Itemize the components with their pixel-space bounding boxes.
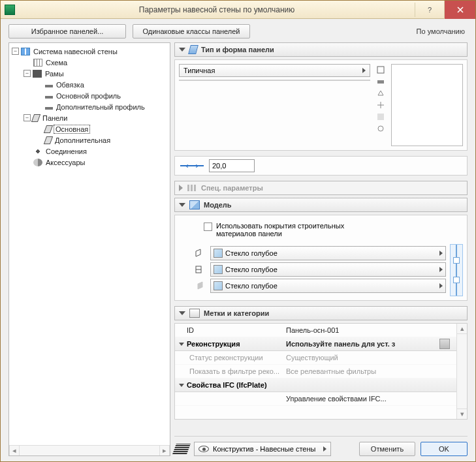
svg-point-3 — [378, 126, 383, 131]
tree-item-connections[interactable]: Соединения — [10, 146, 168, 157]
material-value: Стекло голубое — [225, 282, 278, 290]
tree-item-main-panel[interactable]: Основная — [10, 123, 168, 134]
table-row-ifc-manage[interactable]: Управление свойствами IFC... — [175, 392, 456, 406]
uniform-classes-button[interactable]: Одинаковые классы панелей — [133, 24, 250, 38]
view-mode-btn-6[interactable] — [375, 123, 386, 134]
tree-item-additional-panel[interactable]: Дополнительная — [10, 134, 168, 146]
collapse-icon[interactable]: − — [12, 48, 19, 55]
tree-label: Рамы — [44, 70, 65, 78]
curtain-wall-icon — [21, 48, 30, 55]
panel-preview-2d — [179, 80, 370, 81]
arrow-right-icon — [439, 251, 443, 256]
tree-root[interactable]: − Система навесной стены — [10, 46, 168, 57]
profile-icon — [45, 107, 53, 110]
arrow-right-icon — [439, 283, 443, 288]
tree-item-boundary[interactable]: Обвязка — [10, 79, 168, 90]
table-row-status[interactable]: Статус реконструкции Существующий — [175, 351, 456, 365]
tree-item-panels[interactable]: − Панели — [10, 112, 168, 123]
tree-label: Дополнительный профиль — [55, 103, 146, 111]
section-model[interactable]: Модель — [174, 198, 468, 212]
close-button[interactable] — [444, 1, 475, 19]
material-swatch-icon — [214, 249, 223, 258]
tree-label: Система навесной стены — [32, 48, 119, 55]
ok-button[interactable]: OK — [420, 442, 468, 456]
profile-icon — [45, 96, 53, 99]
dropdown-value: Типичная — [183, 67, 215, 74]
panel-type-dropdown[interactable]: Типичная — [179, 64, 370, 77]
material-dropdown-1[interactable]: Стекло голубое — [210, 246, 446, 260]
tree-item-scheme[interactable]: Схема — [10, 57, 168, 68]
material-row-2: Стекло голубое — [193, 262, 446, 277]
arrow-right-icon — [323, 446, 326, 452]
view-mode-btn-3[interactable] — [375, 88, 386, 99]
use-building-materials-checkbox[interactable] — [204, 223, 212, 231]
defaults-label: По умолчанию — [417, 27, 468, 35]
cell-value: Управление свойствами IFC... — [286, 395, 456, 403]
thickness-input[interactable] — [209, 159, 255, 172]
face-icon-2 — [193, 264, 205, 275]
svg-rect-4 — [187, 185, 189, 191]
collapse-icon[interactable]: − — [24, 70, 31, 77]
properties-table: ID Панель-осн-001 Реконструкция Использу… — [174, 323, 468, 420]
cell-value: Панель-осн-001 — [286, 326, 456, 334]
material-row-3: Стекло голубое — [193, 279, 446, 293]
tree-h-scrollbar[interactable]: ◂ ▸ — [9, 445, 170, 455]
external-link-icon[interactable] — [439, 339, 450, 349]
section-labels[interactable]: Метки и категории — [174, 306, 468, 320]
tree-label: Обвязка — [55, 81, 86, 89]
material-swatch-icon — [214, 281, 223, 290]
material-dropdown-3[interactable]: Стекло голубое — [210, 279, 446, 293]
cell-value: Существующий — [286, 354, 456, 362]
cell-label: ID — [175, 326, 286, 334]
panel-icon — [44, 136, 53, 144]
section-spec-params[interactable]: Спец. параметры — [174, 181, 468, 195]
table-v-scrollbar[interactable]: ▴ ▾ — [456, 324, 467, 419]
section-panel-type[interactable]: Тип и форма панели — [174, 42, 468, 57]
cancel-button[interactable]: Отменить — [359, 442, 415, 456]
chevron-right-icon — [179, 185, 183, 191]
layer-dropdown[interactable]: Конструктив - Навесные стены — [194, 442, 331, 456]
profile-icon — [45, 85, 53, 87]
scroll-track[interactable] — [20, 446, 159, 455]
svg-rect-2 — [377, 114, 384, 120]
view-mode-btn-5[interactable] — [375, 112, 386, 122]
scroll-up-icon[interactable]: ▴ — [457, 324, 467, 334]
svg-rect-1 — [377, 80, 384, 84]
scroll-right-icon[interactable]: ▸ — [159, 446, 170, 455]
tree-item-main-profile[interactable]: Основной профиль — [10, 90, 168, 101]
tree-item-accessories[interactable]: Аксессуары — [10, 157, 168, 168]
material-swatch-icon — [214, 265, 223, 274]
checkbox-label: Использовать покрытия строительных матер… — [216, 222, 373, 238]
table-group-ifc[interactable]: Свойства IFC (IfcPlate) — [175, 378, 456, 392]
model-group: Использовать покрытия строительных матер… — [174, 215, 468, 301]
frames-icon — [33, 70, 42, 78]
tree-label: Панели — [41, 114, 69, 122]
tree[interactable]: − Система навесной стены Схема − Рамы — [9, 43, 170, 445]
collapse-icon[interactable]: − — [24, 114, 31, 121]
view-mode-btn-4[interactable] — [375, 100, 386, 110]
scroll-down-icon[interactable]: ▾ — [457, 408, 467, 419]
chevron-down-icon — [179, 48, 185, 52]
table-row-filter[interactable]: Показать в фильтре реко... Все релевантн… — [175, 365, 456, 378]
section-title: Модель — [204, 201, 232, 209]
favorites-button[interactable]: Избранное панелей... — [8, 24, 126, 38]
view-mode-btn-1[interactable] — [375, 65, 386, 75]
cell-label: Показать в фильтре реко... — [175, 367, 286, 375]
material-dropdown-2[interactable]: Стекло голубое — [210, 262, 446, 277]
tree-item-frames[interactable]: − Рамы — [10, 68, 168, 79]
table-row-id[interactable]: ID Панель-осн-001 — [175, 324, 456, 337]
panel-type-group: Типичная — [174, 59, 468, 151]
accessories-icon — [33, 159, 42, 166]
cell-label: Статус реконструкции — [175, 354, 286, 362]
help-button[interactable]: ? — [415, 3, 444, 17]
tree-item-additional-profile[interactable]: Дополнительный профиль — [10, 101, 168, 112]
chevron-down-icon — [179, 343, 184, 346]
toolbar: Избранное панелей... Одинаковые классы п… — [1, 19, 475, 42]
layers-icon — [172, 444, 191, 454]
tree-label: Дополнительная — [54, 136, 112, 144]
material-link-chain[interactable] — [450, 244, 463, 296]
scroll-left-icon[interactable]: ◂ — [9, 446, 20, 455]
view-mode-btn-2[interactable] — [375, 76, 386, 87]
table-group-reconstruction[interactable]: Реконструкция Используйте панель для уст… — [175, 337, 456, 351]
svg-rect-0 — [377, 67, 384, 73]
